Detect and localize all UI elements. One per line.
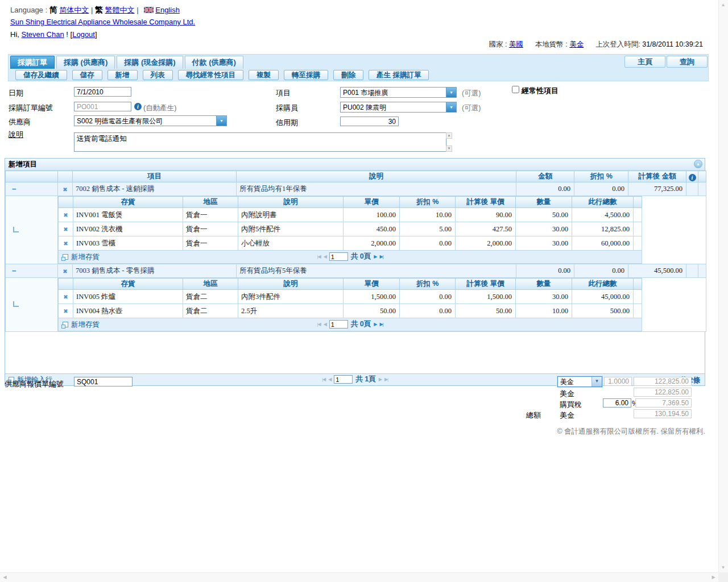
- area-cell[interactable]: 貨倉一: [183, 222, 238, 236]
- tab-0[interactable]: 採購訂單: [10, 56, 55, 69]
- collapse-group-icon[interactable]: −: [6, 267, 16, 275]
- collapse-group-icon[interactable]: −: [6, 185, 16, 193]
- delete-stock-icon[interactable]: ✖: [63, 212, 68, 218]
- pager-page-input[interactable]: [329, 252, 348, 261]
- delete-stock-icon[interactable]: ✖: [63, 226, 68, 232]
- project-select[interactable]: P001 市場推廣 ▼: [340, 87, 457, 98]
- pager-total-label: 共 0頁: [351, 252, 371, 261]
- delete-group-icon[interactable]: ✖: [63, 186, 67, 193]
- col-item: 項目: [73, 171, 237, 182]
- company-link[interactable]: Sun Shing Electrical Appliance Wholesale…: [10, 18, 195, 26]
- tab-1[interactable]: 採購 (供應商): [56, 56, 115, 69]
- search-button[interactable]: 查詢: [667, 56, 708, 68]
- pager-prev-icon[interactable]: ◀: [324, 322, 326, 327]
- toolbar-button-3[interactable]: 列表: [143, 70, 173, 80]
- pager-first-icon[interactable]: |◀: [317, 254, 320, 259]
- credit-period-input[interactable]: [340, 117, 399, 126]
- local-currency-link[interactable]: 美金: [569, 40, 584, 48]
- recurring-checkbox[interactable]: [512, 86, 519, 93]
- pager-last-icon[interactable]: ▶|: [384, 377, 388, 382]
- scroll-down-icon[interactable]: ▼: [446, 146, 452, 152]
- pager-prev-icon[interactable]: ◀: [328, 377, 331, 382]
- stock-cell[interactable]: INV003 雪櫃: [73, 236, 183, 251]
- description-link[interactable]: 說明: [9, 130, 23, 140]
- lang-traditional-link[interactable]: 繁體中文: [105, 6, 135, 14]
- pager-next-icon[interactable]: ▶: [374, 254, 377, 259]
- pager-last-icon[interactable]: ▶|: [379, 322, 383, 327]
- area-cell[interactable]: 貨倉二: [183, 290, 238, 304]
- logout-link[interactable]: Logout: [72, 30, 95, 39]
- stock-cell[interactable]: INV001 電飯煲: [73, 208, 183, 222]
- add-stock-link[interactable]: 新增存貨: [63, 320, 100, 330]
- chevron-down-icon[interactable]: ▼: [446, 102, 456, 112]
- toolbar-button-5[interactable]: 複製: [249, 70, 279, 80]
- pager-first-icon[interactable]: |◀: [317, 322, 320, 327]
- add-stock-link[interactable]: 新增存貨: [63, 252, 100, 262]
- home-button[interactable]: 主頁: [624, 56, 665, 68]
- lang-english-link[interactable]: English: [155, 6, 180, 14]
- pager-page-input[interactable]: [334, 375, 353, 384]
- stock-cell[interactable]: INV004 熱水壺: [73, 304, 183, 318]
- country-link[interactable]: 美國: [509, 40, 523, 48]
- pager-prev-icon[interactable]: ◀: [324, 254, 326, 259]
- group-description-cell[interactable]: 所有貨品均有1年保養: [237, 182, 516, 196]
- scroll-down-icon[interactable]: ▼: [718, 563, 728, 572]
- tab-2[interactable]: 採購 (現金採購): [117, 56, 183, 69]
- group-item-cell[interactable]: 7002 銷售成本 - 速銷採購: [73, 182, 237, 196]
- stock-row: ✖INV004 熱水壺貨倉二2.5升50.000.0050.0010.00500…: [59, 304, 642, 318]
- scroll-up-icon[interactable]: ▲: [446, 132, 452, 139]
- stock-cell[interactable]: INV005 炸爐: [73, 290, 183, 304]
- scroll-right-icon[interactable]: ▶: [709, 572, 718, 582]
- pager-page-input[interactable]: [329, 320, 348, 329]
- description-textarea[interactable]: 送貨前電話通知: [74, 132, 446, 152]
- date-input[interactable]: [74, 87, 131, 97]
- pager-next-icon[interactable]: ▶: [379, 377, 382, 382]
- toolbar-button-6[interactable]: 轉至採購: [284, 70, 328, 80]
- line-total-cell: 45,000.00: [572, 290, 634, 304]
- collapse-panel-icon[interactable]: ▲: [694, 160, 702, 168]
- purchaser-select[interactable]: PU002 陳震明 ▼: [340, 102, 457, 113]
- chevron-down-icon[interactable]: ▼: [446, 88, 456, 97]
- area-cell[interactable]: 貨倉一: [183, 208, 238, 222]
- toolbar-button-1[interactable]: 儲存: [72, 70, 102, 80]
- pager-last-icon[interactable]: ▶|: [379, 254, 383, 259]
- toolbar-button-7[interactable]: 刪除: [333, 70, 363, 80]
- stock-description-cell[interactable]: 2.5升: [238, 304, 344, 318]
- chevron-down-icon[interactable]: ▼: [216, 116, 226, 126]
- group-description-cell[interactable]: 所有貨品均有5年保養: [237, 264, 516, 278]
- currency-select[interactable]: 美金 ▼: [557, 376, 602, 387]
- supplier-quote-input[interactable]: [74, 377, 133, 386]
- toolbar-button-8[interactable]: 產生 採購訂單: [369, 70, 429, 80]
- stock-cell[interactable]: INV002 洗衣機: [73, 222, 183, 236]
- group-item-cell[interactable]: 7003 銷售成本 - 零售採購: [73, 264, 237, 278]
- delete-stock-icon[interactable]: ✖: [63, 240, 68, 247]
- supplier-select[interactable]: S002 明德電器生產有限公司 ▼: [74, 115, 227, 126]
- sub-col-qty: 數量: [516, 197, 572, 208]
- pager-next-icon[interactable]: ▶: [374, 322, 377, 327]
- stock-description-cell[interactable]: 內附3件配件: [238, 290, 344, 304]
- tab-3[interactable]: 付款 (供應商): [185, 56, 243, 69]
- delete-group-icon[interactable]: ✖: [63, 268, 67, 275]
- delete-stock-icon[interactable]: ✖: [63, 294, 68, 300]
- scroll-up-icon[interactable]: ▲: [718, 0, 728, 10]
- tax-rate-input[interactable]: [603, 398, 631, 408]
- toolbar-button-2[interactable]: 新增: [107, 70, 138, 80]
- stock-description-cell[interactable]: 內附說明書: [238, 208, 344, 222]
- col-discount: 折扣 %: [574, 171, 628, 182]
- scroll-left-icon[interactable]: ◀: [0, 572, 10, 582]
- stock-description-cell[interactable]: 小心輕放: [238, 236, 344, 251]
- vertical-scrollbar[interactable]: ▲ ▼: [718, 0, 728, 572]
- lang-simplified-link[interactable]: 简体中文: [59, 6, 89, 14]
- stock-description-cell[interactable]: 內附5件配件: [238, 222, 344, 236]
- area-cell[interactable]: 貨倉二: [183, 304, 238, 318]
- col-info: i: [686, 171, 698, 182]
- user-link[interactable]: Steven Chan: [22, 30, 64, 39]
- toolbar-button-4[interactable]: 尋找經常性項目: [178, 70, 244, 80]
- area-cell[interactable]: 貨倉一: [183, 236, 238, 251]
- items-panel-title: 新增項目: [9, 160, 37, 168]
- horizontal-scrollbar[interactable]: ◀ ▶: [0, 572, 718, 582]
- delete-stock-icon[interactable]: ✖: [63, 308, 68, 314]
- chevron-down-icon[interactable]: ▼: [592, 377, 602, 386]
- toolbar-button-0[interactable]: 儲存及繼續: [15, 70, 67, 80]
- pager-first-icon[interactable]: |◀: [322, 377, 325, 382]
